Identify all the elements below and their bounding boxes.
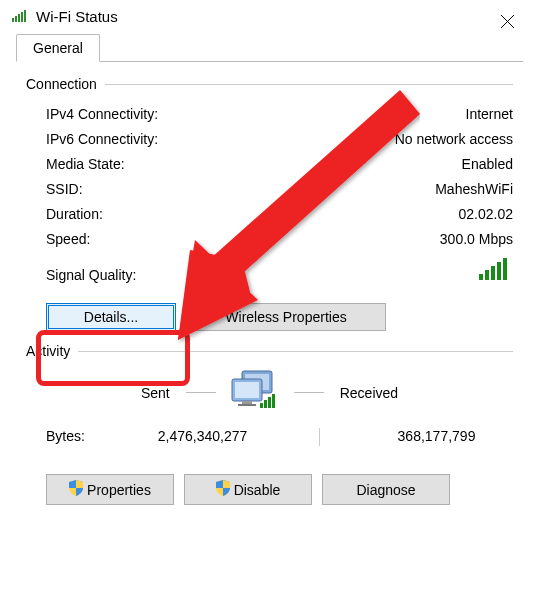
ipv4-label: IPv4 Connectivity: [46,104,158,125]
signal-quality-label: Signal Quality: [46,267,136,283]
media-state-label: Media State: [46,154,125,175]
media-state-value: Enabled [462,154,513,175]
svg-rect-17 [238,404,256,406]
divider [294,392,324,393]
divider [78,351,513,352]
svg-rect-20 [268,397,271,408]
ipv6-value: No network access [395,129,513,150]
tab-general[interactable]: General [16,34,100,62]
svg-rect-2 [18,14,20,22]
disable-button[interactable]: Disable [184,474,312,505]
divider [105,84,513,85]
properties-label: Properties [87,482,151,498]
ipv4-value: Internet [466,104,513,125]
diagnose-button[interactable]: Diagnose [322,474,450,505]
signal-strength-icon [479,258,513,283]
details-button[interactable]: Details... [46,303,176,331]
svg-rect-8 [485,270,489,280]
svg-rect-4 [24,10,26,22]
ipv6-label: IPv6 Connectivity: [46,129,158,150]
svg-rect-9 [491,266,495,280]
connection-group-label: Connection [26,76,97,92]
duration-value: 02.02.02 [459,204,514,225]
svg-rect-19 [264,400,267,408]
svg-rect-11 [503,258,507,280]
speed-value: 300.0 Mbps [440,229,513,250]
bytes-label: Bytes: [46,428,126,446]
svg-rect-1 [15,16,17,22]
properties-button[interactable]: Properties [46,474,174,505]
network-activity-icon [228,369,282,416]
shield-icon [216,480,230,499]
bytes-sent-value: 2,476,340,277 [126,428,279,446]
ssid-value: MaheshWiFi [435,179,513,200]
disable-label: Disable [234,482,281,498]
bytes-received-value: 368,177,799 [360,428,513,446]
close-button[interactable] [487,6,527,36]
svg-rect-0 [12,18,14,22]
close-icon [501,15,514,28]
divider [186,392,216,393]
wifi-icon [12,8,28,25]
sent-label: Sent [141,385,170,401]
svg-rect-10 [497,262,501,280]
svg-rect-3 [21,12,23,22]
divider [319,428,320,446]
received-label: Received [340,385,398,401]
duration-label: Duration: [46,204,103,225]
shield-icon [69,480,83,499]
svg-rect-15 [235,382,259,398]
wireless-properties-button[interactable]: Wireless Properties [186,303,386,331]
window-title: Wi-Fi Status [36,8,118,25]
svg-rect-18 [260,403,263,408]
ssid-label: SSID: [46,179,83,200]
svg-rect-21 [272,394,275,408]
svg-rect-7 [479,274,483,280]
speed-label: Speed: [46,229,90,250]
svg-rect-16 [242,401,252,404]
activity-group-label: Activity [26,343,70,359]
